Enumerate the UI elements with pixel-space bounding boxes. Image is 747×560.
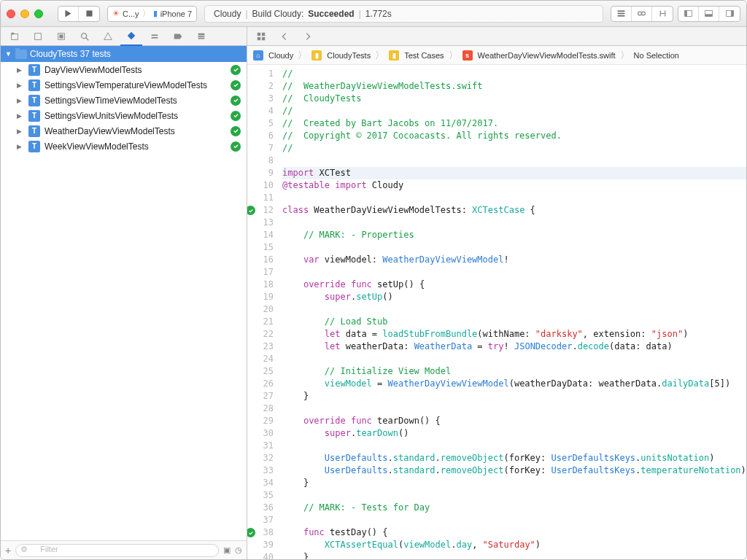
symbol-navigator-tab[interactable] — [50, 27, 72, 46]
code-line[interactable]: import XCTest — [282, 167, 746, 179]
code-line[interactable] — [282, 514, 746, 526]
code-line[interactable]: UserDefaults.standard.removeObject(forKe… — [282, 464, 746, 477]
code-line[interactable] — [282, 489, 746, 502]
disclosure-triangle-icon[interactable]: ▶ — [17, 66, 24, 74]
code-line[interactable]: let weatherData: WeatherData = try! JSON… — [282, 341, 746, 353]
code-line[interactable] — [282, 303, 746, 316]
code-line[interactable]: super.setUp() — [282, 291, 746, 303]
code-line[interactable]: // Load Stub — [282, 316, 746, 328]
scheme-app-label: C...y — [123, 9, 139, 18]
disclosure-triangle-icon[interactable]: ▶ — [17, 97, 24, 104]
code-line[interactable]: let data = loadStubFromBundle(withName: … — [282, 328, 746, 341]
code-line[interactable] — [282, 155, 746, 167]
code-line[interactable]: } — [282, 551, 746, 559]
clock-icon[interactable]: ◷ — [235, 545, 242, 555]
related-items-button[interactable] — [250, 27, 272, 46]
code-line[interactable]: @testable import Cloudy — [282, 179, 746, 192]
filter-input[interactable]: ⚙ Filter — [15, 544, 219, 557]
code-line[interactable] — [282, 192, 746, 204]
bc-0[interactable]: Cloudy — [268, 51, 293, 60]
report-navigator-tab[interactable] — [190, 27, 212, 46]
bc-4[interactable]: No Selection — [634, 51, 679, 60]
code-line[interactable] — [282, 217, 746, 229]
toggle-navigator-button[interactable] — [678, 7, 699, 21]
code-line[interactable]: } — [282, 390, 746, 402]
gutter-line: 24 — [247, 353, 274, 365]
code-line[interactable]: // — [282, 142, 746, 155]
source-control-navigator-tab[interactable] — [27, 27, 49, 46]
minimize-window[interactable] — [20, 9, 29, 18]
code-line[interactable]: viewModel = WeatherDayViewViewModel(weat… — [282, 378, 746, 390]
source-editor[interactable]: 1234567891011121314151617181920212223242… — [247, 65, 746, 559]
scheme-selector[interactable]: ☀︎ C...y 〉 ▮ iPhone 7 — [107, 6, 197, 22]
test-class-row[interactable]: ▶TWeekViewViewModelTests — [1, 139, 247, 154]
status-project: Cloudy — [214, 9, 241, 19]
gutter-line: 16 — [247, 254, 274, 266]
code-line[interactable] — [282, 440, 746, 452]
disclosure-triangle-icon[interactable]: ▶ — [17, 128, 24, 135]
standard-editor-button[interactable] — [611, 7, 632, 21]
test-class-row[interactable]: ▶TSettingsViewTemperatureViewModelTests — [1, 77, 247, 93]
code-line[interactable]: // MARK: - Tests for Day — [282, 502, 746, 514]
activity-status[interactable]: Cloudy | Build Cloudy: Succeeded | 1.772… — [204, 5, 603, 23]
code-line[interactable]: UserDefaults.standard.removeObject(forKe… — [282, 452, 746, 464]
code-line[interactable]: // Copyright © 2017 Cocoacasts. All righ… — [282, 130, 746, 142]
code-line[interactable]: var viewModel: WeatherDayViewViewModel! — [282, 254, 746, 266]
test-class-row[interactable]: ▶TSettingsViewUnitsViewModelTests — [1, 108, 247, 123]
code-line[interactable] — [282, 266, 746, 279]
test-tree[interactable]: ▼ CloudyTests 37 tests ▶TDayViewViewMode… — [1, 46, 247, 540]
code-line[interactable] — [282, 241, 746, 254]
code-line[interactable]: // Created by Bart Jacobs on 11/07/2017. — [282, 117, 746, 130]
project-navigator-tab[interactable] — [4, 27, 26, 46]
issue-navigator-tab[interactable] — [97, 27, 119, 46]
version-editor-button[interactable] — [652, 7, 673, 21]
forward-button[interactable] — [297, 27, 319, 46]
test-bundle-header[interactable]: ▼ CloudyTests 37 tests — [1, 46, 247, 62]
toggle-inspector-button[interactable] — [719, 7, 740, 21]
test-pass-icon[interactable] — [247, 528, 255, 537]
code-line[interactable]: override func setUp() { — [282, 279, 746, 291]
code-line[interactable]: // WeatherDayViewViewModelTests.swift — [282, 80, 746, 93]
code-line[interactable] — [282, 402, 746, 415]
bc-1[interactable]: CloudyTests — [327, 51, 371, 60]
test-class-label: DayViewViewModelTests — [44, 65, 142, 75]
test-class-row[interactable]: ▶TDayViewViewModelTests — [1, 62, 247, 77]
code-line[interactable]: // CloudyTests — [282, 93, 746, 105]
stop-button[interactable] — [79, 7, 99, 21]
code-line[interactable]: // Initialize View Model — [282, 365, 746, 378]
code-line[interactable]: super.tearDown() — [282, 427, 746, 440]
test-class-row[interactable]: ▶TWeatherDayViewViewModelTests — [1, 123, 247, 139]
bc-2[interactable]: Test Cases — [404, 51, 444, 60]
code-line[interactable]: // MARK: - Properties — [282, 229, 746, 241]
code-line[interactable]: func testDay() { — [282, 526, 746, 539]
svg-rect-31 — [262, 36, 265, 39]
run-button[interactable] — [58, 7, 79, 21]
code-line[interactable]: override func tearDown() { — [282, 415, 746, 427]
zoom-window[interactable] — [34, 9, 43, 18]
disclosure-triangle-icon[interactable]: ▶ — [17, 143, 24, 150]
bc-3[interactable]: WeatherDayViewViewModelTests.swift — [478, 51, 616, 60]
code-content[interactable]: //// WeatherDayViewViewModelTests.swift/… — [279, 65, 746, 559]
close-window[interactable] — [7, 9, 15, 18]
assistant-editor-button[interactable] — [632, 7, 652, 21]
test-pass-icon[interactable] — [247, 206, 255, 215]
disclosure-triangle-icon[interactable]: ▶ — [17, 112, 24, 120]
breakpoint-navigator-tab[interactable] — [167, 27, 189, 46]
gutter-line: 40 — [247, 551, 274, 559]
disclosure-triangle-icon[interactable]: ▶ — [17, 82, 24, 89]
test-navigator-tab[interactable] — [120, 27, 142, 46]
code-line[interactable]: class WeatherDayViewViewModelTests: XCTe… — [282, 204, 746, 217]
jump-bar[interactable]: ⌂ Cloudy 〉 ▮ CloudyTests 〉 ▮ Test Cases … — [247, 46, 746, 65]
code-line[interactable]: // — [282, 68, 746, 80]
code-line[interactable]: XCTAssertEqual(viewModel.day, "Saturday"… — [282, 539, 746, 551]
scope-icon[interactable]: ▣ — [223, 545, 231, 555]
code-line[interactable]: // — [282, 105, 746, 117]
debug-navigator-tab[interactable] — [144, 27, 166, 46]
toggle-debug-button[interactable] — [699, 7, 719, 21]
add-button[interactable]: + — [5, 545, 11, 556]
back-button[interactable] — [274, 27, 295, 46]
code-line[interactable]: } — [282, 477, 746, 489]
code-line[interactable] — [282, 353, 746, 365]
test-class-row[interactable]: ▶TSettingsViewTimeViewModelTests — [1, 93, 247, 108]
find-navigator-tab[interactable] — [74, 27, 96, 46]
